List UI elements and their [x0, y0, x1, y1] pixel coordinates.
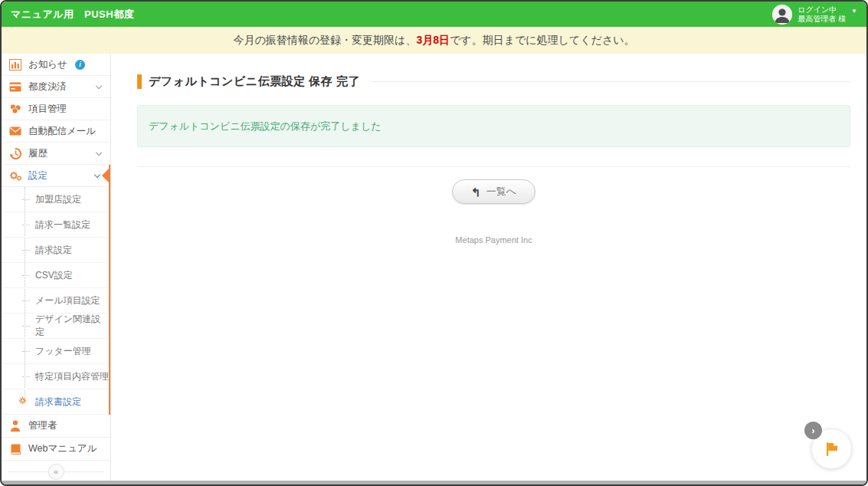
gear-icon: [18, 396, 27, 407]
heading-divider: [371, 81, 850, 82]
page-heading: デフォルトコンビニ伝票設定 保存 完了: [137, 74, 850, 89]
tree-dash: [22, 326, 30, 327]
chevron-down-icon: [96, 149, 102, 155]
credit-card-icon: [8, 82, 22, 92]
submenu-label: 加盟店設定: [35, 193, 81, 206]
tree-dash: [22, 275, 30, 276]
app-title: マニュアル用 PUSH都度: [11, 8, 134, 21]
settings-section: 設定 加盟店設定 請求一覧設定 請求設定 CSV設定 メール項目設定 デザイン関…: [2, 165, 111, 415]
sidebar-item-label: お知らせ: [28, 58, 67, 71]
submenu-label: メール項目設定: [35, 294, 100, 307]
login-status: ログイン中: [798, 5, 837, 14]
chevron-down-icon: [94, 171, 100, 177]
banner-deadline: 3月8日: [416, 34, 450, 48]
submenu-item-footer[interactable]: フッター管理: [2, 339, 109, 364]
sidebar-item-mail[interactable]: 自動配信メール: [2, 120, 110, 143]
feedback-widget: ›: [811, 429, 852, 469]
sidebar-item-koumokukanri[interactable]: 項目管理: [2, 98, 110, 120]
chevron-down-icon: [96, 82, 102, 88]
submenu-item-design[interactable]: デザイン関連設定: [2, 314, 109, 339]
sidebar-item-label: 項目管理: [28, 103, 67, 116]
sidebar-collapse-button[interactable]: «: [48, 464, 64, 480]
back-to-list-button[interactable]: ↰ 一覧へ: [452, 179, 536, 204]
submenu-item-seikyu[interactable]: 請求設定: [2, 238, 109, 263]
chevron-down-icon: ▼: [851, 8, 857, 15]
sidebar-item-label: 履歴: [28, 147, 47, 160]
sidebar: お知らせ i 都度決済 項目管理 自動配信メール: [2, 54, 111, 481]
sidebar-item-label: 自動配信メール: [28, 125, 96, 138]
sidebar-item-webmanual[interactable]: Webマニュアル: [2, 438, 110, 461]
sidebar-item-kanrisha[interactable]: 管理者: [2, 415, 110, 438]
submenu-label: フッター管理: [35, 345, 91, 358]
account-menu[interactable]: ログイン中 最高管理者 様 ▼: [772, 5, 857, 25]
back-button-label: 一覧へ: [486, 185, 516, 199]
bar-chart-icon: [8, 59, 22, 71]
page-title: デフォルトコンビニ伝票設定 保存 完了: [149, 74, 360, 89]
submenu-label: CSV設定: [35, 269, 73, 282]
info-badge-icon: i: [75, 60, 85, 70]
active-section-marker: [102, 169, 109, 182]
settings-submenu: 加盟店設定 請求一覧設定 請求設定 CSV設定 メール項目設定 デザイン関連設定…: [2, 187, 109, 415]
submenu-label: 請求書設定: [35, 396, 81, 409]
tree-dash: [22, 225, 30, 225]
button-row: ↰ 一覧へ: [137, 179, 850, 204]
back-arrow-icon: ↰: [471, 186, 481, 198]
submenu-item-kameiten[interactable]: 加盟店設定: [2, 187, 109, 212]
sidebar-item-label: Webマニュアル: [28, 442, 97, 455]
coins-icon: [8, 103, 22, 114]
footer-text: Metaps Payment Inc: [137, 235, 850, 245]
submenu-label: 請求設定: [35, 244, 72, 257]
submenu-label: 請求一覧設定: [35, 218, 90, 232]
submenu-label: 特定項目内容管理: [35, 370, 109, 383]
banner-text-after: です。期日までに処理してください。: [450, 34, 635, 48]
window-bottom-frame: [2, 481, 866, 484]
heading-accent-bar: [137, 74, 142, 89]
sidebar-collapse-row: «: [2, 461, 110, 481]
submenu-item-csv[interactable]: CSV設定: [2, 263, 109, 288]
sidebar-item-label: 管理者: [28, 419, 57, 432]
gears-icon: [8, 170, 22, 182]
tree-dash: [22, 199, 30, 200]
success-message-text: デフォルトコンビニ伝票設定の保存が完了しました: [149, 120, 382, 133]
header-bar: マニュアル用 PUSH都度 ログイン中 最高管理者 様 ▼: [2, 2, 866, 27]
main-content: デフォルトコンビニ伝票設定 保存 完了 デフォルトコンビニ伝票設定の保存が完了し…: [111, 54, 866, 481]
widget-expand-button[interactable]: ›: [804, 422, 822, 439]
submenu-item-mailkoumoku[interactable]: メール項目設定: [2, 288, 109, 314]
sidebar-item-label: 都度決済: [28, 80, 67, 94]
user-silhouette-icon: [772, 5, 792, 25]
flag-icon: [823, 440, 841, 458]
sidebar-item-oshirase[interactable]: お知らせ i: [2, 54, 110, 76]
app-window: マニュアル用 PUSH都度 ログイン中 最高管理者 様 ▼ 今月の振替情報の登録…: [0, 0, 868, 486]
deadline-banner: 今月の振替情報の登録・変更期限は、3月8日です。期日までに処理してください。: [2, 27, 866, 54]
tree-dash: [22, 250, 30, 251]
avatar: [772, 5, 792, 25]
submenu-label: デザイン関連設定: [35, 313, 109, 339]
login-info: ログイン中 最高管理者 様: [798, 5, 846, 24]
submenu-item-tokutei[interactable]: 特定項目内容管理: [2, 364, 109, 389]
sidebar-item-rireki[interactable]: 履歴: [2, 143, 110, 165]
sidebar-item-tsudokessai[interactable]: 都度決済: [2, 76, 110, 98]
sidebar-item-settei[interactable]: 設定: [2, 165, 109, 187]
history-icon: [8, 148, 22, 159]
tree-dash: [22, 376, 30, 377]
success-message-box: デフォルトコンビニ伝票設定の保存が完了しました: [137, 105, 850, 147]
banner-text-before: 今月の振替情報の登録・変更期限は、: [233, 34, 416, 48]
submenu-item-seikyusho[interactable]: 請求書設定: [2, 389, 109, 415]
user-name: 最高管理者 様: [798, 15, 846, 23]
book-icon: [8, 444, 22, 455]
tree-dash: [22, 300, 30, 301]
content-divider: [137, 166, 850, 167]
submenu-item-seikyuichiran[interactable]: 請求一覧設定: [2, 212, 109, 238]
envelope-icon: [8, 126, 22, 136]
tree-dash: [22, 351, 30, 352]
person-icon: [8, 420, 22, 432]
sidebar-item-label: 設定: [28, 169, 47, 182]
